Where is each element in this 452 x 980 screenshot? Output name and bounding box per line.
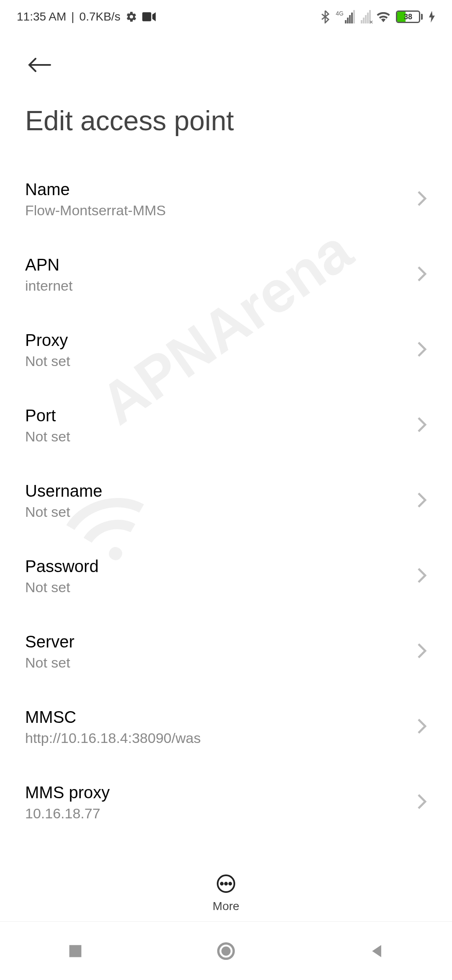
field-label: MMSC <box>25 708 408 727</box>
field-proxy[interactable]: Proxy Not set <box>25 312 427 388</box>
field-label: Server <box>25 632 408 651</box>
field-mmsc[interactable]: MMSC http://10.16.18.4:38090/was <box>25 689 427 765</box>
field-value: Flow-Montserrat-MMS <box>25 202 408 219</box>
chevron-right-icon <box>417 190 427 209</box>
svg-point-2 <box>221 883 223 885</box>
field-mms-proxy[interactable]: MMS proxy 10.16.18.77 <box>25 765 427 840</box>
field-label: MMS proxy <box>25 783 408 802</box>
chevron-right-icon <box>417 793 427 812</box>
navigation-bar <box>0 921 452 980</box>
nav-recent-button[interactable] <box>59 934 92 968</box>
field-password[interactable]: Password Not set <box>25 539 427 614</box>
field-value: 10.16.18.77 <box>25 805 408 822</box>
svg-point-7 <box>221 946 231 956</box>
field-apn[interactable]: APN internet <box>25 237 427 312</box>
camera-icon <box>142 12 156 21</box>
page-title: Edit access point <box>0 92 452 162</box>
field-value: Not set <box>25 428 408 445</box>
gear-icon <box>126 11 137 23</box>
battery-icon: 38 <box>396 10 423 23</box>
status-time: 11:35 AM <box>17 10 66 23</box>
field-value: http://10.16.18.4:38090/was <box>25 730 408 746</box>
field-value: Not set <box>25 655 408 671</box>
field-label: Username <box>25 482 408 500</box>
field-label: Name <box>25 180 408 199</box>
svg-point-3 <box>225 883 227 885</box>
more-icon <box>216 874 236 895</box>
chevron-right-icon <box>417 567 427 585</box>
field-value: Not set <box>25 504 408 520</box>
status-left: 11:35 AM | 0.7KB/s <box>17 10 156 23</box>
field-label: APN <box>25 255 408 274</box>
field-name[interactable]: Name Flow-Montserrat-MMS <box>25 162 427 237</box>
status-bar: 11:35 AM | 0.7KB/s 4G ✕ <box>0 0 452 34</box>
nav-back-button[interactable] <box>360 934 393 968</box>
nav-home-button[interactable] <box>209 934 243 968</box>
triangle-left-icon <box>369 944 384 959</box>
settings-list: Name Flow-Montserrat-MMS APN internet Pr… <box>0 162 452 840</box>
chevron-right-icon <box>417 341 427 359</box>
status-speed: 0.7KB/s <box>80 10 121 23</box>
field-username[interactable]: Username Not set <box>25 463 427 539</box>
wifi-icon <box>377 11 390 22</box>
field-label: Proxy <box>25 331 408 350</box>
arrow-left-icon <box>27 57 52 73</box>
bluetooth-icon <box>321 10 330 23</box>
signal-4g-icon: 4G <box>336 10 355 23</box>
chevron-right-icon <box>417 642 427 661</box>
field-label: Password <box>25 557 408 576</box>
chevron-right-icon <box>417 492 427 510</box>
chevron-right-icon <box>417 718 427 736</box>
field-value: Not set <box>25 353 408 369</box>
chevron-right-icon <box>417 266 427 284</box>
field-value: internet <box>25 278 408 294</box>
svg-rect-5 <box>69 945 82 957</box>
field-server[interactable]: Server Not set <box>25 614 427 689</box>
settings-scroll-area[interactable]: Name Flow-Montserrat-MMS APN internet Pr… <box>0 162 452 924</box>
back-button[interactable] <box>25 50 54 80</box>
more-button[interactable]: More <box>0 865 452 913</box>
status-right: 4G ✕ 38 <box>321 10 435 23</box>
chevron-right-icon <box>417 416 427 435</box>
svg-rect-0 <box>142 12 151 21</box>
signal-no-sim-icon: ✕ <box>361 10 371 23</box>
field-value: Not set <box>25 579 408 596</box>
svg-point-4 <box>229 883 231 885</box>
circle-icon <box>217 942 235 960</box>
field-label: Port <box>25 406 408 425</box>
charging-icon <box>429 11 435 23</box>
square-icon <box>68 944 83 959</box>
field-port[interactable]: Port Not set <box>25 388 427 463</box>
more-label: More <box>213 900 239 913</box>
header <box>0 34 452 92</box>
